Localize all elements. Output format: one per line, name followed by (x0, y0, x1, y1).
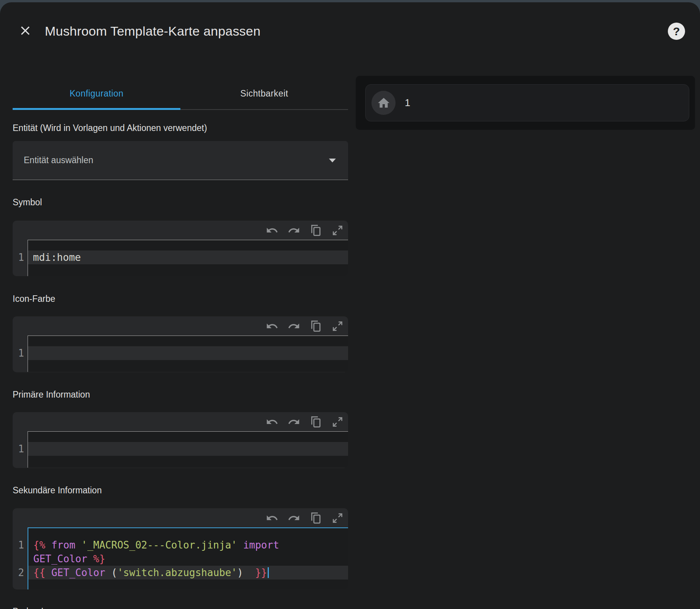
editor-gutter: 1 (13, 240, 28, 276)
redo-icon (288, 224, 300, 237)
secondary-info-label: Sekundäre Information (13, 484, 102, 496)
code-token: {% (33, 539, 51, 551)
primary-info-label: Primäre Information (13, 388, 90, 401)
redo-button[interactable] (286, 510, 301, 526)
tab-active-indicator (13, 108, 180, 110)
editor-toolbar (13, 508, 348, 527)
copy-button[interactable] (308, 223, 323, 238)
editor-body[interactable]: 1 2 {% from '_MACROS_02---Color.jinja' i… (13, 527, 348, 589)
line-number: 1 (13, 442, 28, 456)
code-editor-icon-color[interactable]: 1 (13, 316, 348, 372)
card-icon-shape (371, 91, 396, 115)
content-copy-icon (309, 416, 322, 428)
undo-button[interactable] (264, 223, 280, 238)
arrow-expand-icon (331, 416, 344, 428)
line-number: 1 (13, 538, 28, 552)
tab-bar: Konfiguration Sichtbarkeit (13, 77, 348, 110)
line-number: 2 (13, 566, 28, 580)
expand-button[interactable] (330, 510, 345, 526)
redo-button[interactable] (286, 414, 301, 429)
text-cursor (268, 567, 269, 578)
redo-button[interactable] (286, 223, 301, 238)
code-token: ) (237, 567, 255, 578)
expand-button[interactable] (330, 414, 345, 429)
content-copy-icon (309, 320, 322, 332)
editor-gutter: 1 2 (13, 527, 28, 589)
close-icon (18, 23, 33, 38)
icon-color-label: Icon-Farbe (13, 293, 55, 305)
entity-select[interactable]: Entität auswählen (13, 141, 348, 180)
editor-toolbar (13, 316, 348, 336)
redo-button[interactable] (286, 318, 301, 334)
code-token: import (243, 539, 279, 551)
symbol-label: Symbol (13, 196, 42, 208)
code-token: }} (255, 567, 267, 578)
arrow-expand-icon (331, 224, 344, 237)
editor-body[interactable]: 1 (13, 431, 348, 468)
close-button[interactable] (16, 21, 34, 40)
chevron-down-icon (329, 159, 336, 162)
card-preview-panel: 1 (356, 76, 695, 130)
card-editor-dialog: Mushroom Template-Karte anpassen ? Konfi… (0, 2, 700, 609)
code-token: ( (111, 567, 118, 578)
copy-button[interactable] (308, 414, 323, 429)
code-line[interactable] (28, 442, 348, 456)
undo-button[interactable] (264, 510, 280, 526)
editor-content[interactable]: {% from '_MACROS_02---Color.jinja' impor… (28, 527, 348, 589)
redo-icon (288, 416, 300, 428)
code-token: %} (93, 553, 105, 565)
dialog-title: Mushroom Template-Karte anpassen (45, 22, 260, 40)
help-button[interactable]: ? (668, 23, 685, 40)
code-line[interactable]: {{ GET_Color ('switch.abzugshaube') }} (28, 566, 348, 580)
expand-button[interactable] (330, 318, 345, 334)
code-line[interactable]: GET_Color %} (28, 552, 348, 566)
editor-toolbar (13, 221, 348, 240)
editor-gutter: 1 (13, 336, 28, 372)
copy-button[interactable] (308, 510, 323, 526)
undo-icon (266, 320, 278, 332)
code-token: from (51, 539, 81, 551)
undo-button[interactable] (264, 414, 280, 429)
badge-icon-label: Badge-Icon (13, 605, 58, 609)
code-token: 'switch.abzugshaube' (117, 567, 237, 578)
line-number: 1 (13, 250, 28, 264)
code-token: GET_Color (51, 567, 111, 578)
redo-icon (288, 320, 300, 332)
home-icon (377, 96, 391, 110)
code-line[interactable] (28, 346, 348, 360)
editor-toolbar (13, 412, 348, 431)
editor-body[interactable]: 1 mdi:home (13, 240, 348, 276)
editor-content[interactable] (28, 431, 348, 468)
editor-gutter: 1 (13, 431, 28, 468)
screen: { "dialog": { "title": "Mushroom Templat… (0, 0, 700, 609)
code-token: '_MACROS_02---Color.jinja' (81, 539, 243, 551)
redo-icon (288, 512, 300, 524)
content-copy-icon (309, 224, 322, 237)
undo-icon (266, 416, 278, 428)
code-line[interactable]: {% from '_MACROS_02---Color.jinja' impor… (28, 538, 348, 552)
line-number (13, 552, 28, 566)
code-editor-primary-info[interactable]: 1 (13, 412, 348, 468)
entity-select-placeholder: Entität auswählen (24, 141, 93, 180)
expand-button[interactable] (330, 223, 345, 238)
copy-button[interactable] (308, 318, 323, 334)
arrow-expand-icon (331, 512, 344, 524)
editor-content[interactable]: mdi:home (28, 240, 348, 276)
mushroom-template-card-preview[interactable]: 1 (365, 84, 689, 121)
editor-body[interactable]: 1 (13, 336, 348, 372)
undo-button[interactable] (264, 318, 280, 334)
code-editor-secondary-info[interactable]: 1 2 {% from '_MACROS_02---Color.jinja' i… (13, 508, 348, 589)
content-copy-icon (309, 512, 322, 524)
undo-icon (266, 512, 278, 524)
code-token: {{ (33, 567, 51, 578)
editor-content[interactable] (28, 336, 348, 372)
arrow-expand-icon (331, 320, 344, 332)
undo-icon (266, 224, 278, 237)
tab-konfiguration[interactable]: Konfiguration (13, 77, 180, 110)
tab-sichtbarkeit[interactable]: Sichtbarkeit (180, 77, 348, 110)
code-token: GET_Color (33, 553, 93, 565)
code-line[interactable]: mdi:home (28, 250, 348, 264)
code-editor-symbol[interactable]: 1 mdi:home (13, 221, 348, 276)
entity-label: Entität (Wird in Vorlagen und Aktionen v… (13, 122, 207, 134)
help-icon: ? (673, 25, 680, 38)
